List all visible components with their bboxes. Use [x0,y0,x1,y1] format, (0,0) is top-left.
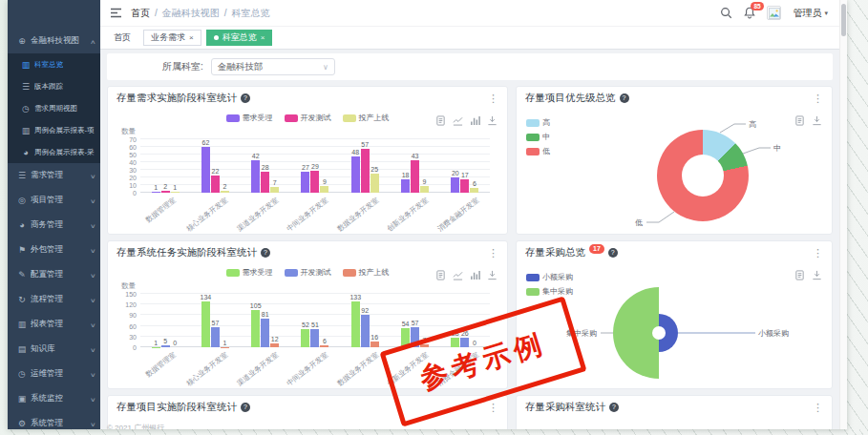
sidebar-item[interactable]: ✎配置管理∨ [8,262,100,287]
bar[interactable] [420,186,429,193]
bar[interactable] [251,160,260,193]
data-view-icon[interactable] [435,115,446,126]
tab-close-icon[interactable]: × [189,33,194,42]
bar[interactable] [370,342,379,347]
sidebar-item[interactable]: ☰需求管理∨ [8,163,100,188]
card-menu-button[interactable]: ⋮ [488,402,498,414]
vertical-scrollbar[interactable] [839,0,847,429]
legend-item[interactable]: 投产上线 [343,113,390,123]
bar[interactable] [370,174,379,193]
line-chart-icon[interactable] [453,270,463,280]
tab[interactable]: 科室总览× [206,30,273,46]
bar[interactable] [451,177,459,193]
download-icon[interactable] [812,115,822,126]
donut-chart[interactable] [657,130,749,221]
bar[interactable] [401,328,410,347]
legend-item[interactable]: 需求受理 [226,113,273,123]
bar[interactable] [451,338,459,348]
bar[interactable] [411,327,419,347]
download-icon[interactable] [812,270,822,280]
card-menu-button[interactable]: ⋮ [488,247,498,259]
bar[interactable] [221,191,229,193]
bar[interactable] [411,160,419,193]
scrollbar-thumb[interactable] [841,4,846,36]
sidebar-item[interactable]: ▣系统监控∨ [8,386,100,411]
help-icon[interactable]: ? [241,93,250,103]
search-icon[interactable] [720,7,732,19]
breadcrumb-view[interactable]: 金融科技视图 [162,7,220,20]
sidebar-item[interactable]: ☰版本跟踪 [8,75,100,97]
sidebar-item[interactable]: ⚙系统管理∨ [8,411,100,429]
legend-item[interactable]: 高 [526,117,550,128]
bar[interactable] [211,327,220,347]
bar[interactable] [351,156,360,193]
sidebar-item[interactable]: ◕商务管理∨ [8,213,100,238]
bar[interactable] [301,172,309,193]
sidebar-item[interactable]: ◷运维管理∨ [8,362,100,386]
sidebar-item[interactable]: ▥周例会展示报表-项目 [8,119,100,141]
help-icon[interactable]: ? [609,403,619,412]
sidebar-item[interactable]: ◕周例会展示报表-采购 [8,141,100,163]
bar[interactable] [310,171,319,193]
bar[interactable] [420,344,429,347]
bar[interactable] [270,343,279,348]
help-icon[interactable]: ? [620,93,629,103]
bar[interactable] [320,186,328,193]
data-view-icon[interactable] [794,115,805,126]
bar[interactable] [351,301,360,347]
bar[interactable] [261,319,269,347]
tab[interactable]: 首页 [106,30,138,46]
legend-item[interactable]: 投产上线 [343,267,390,278]
bar[interactable] [270,187,279,193]
legend-item[interactable]: 中 [526,132,550,142]
legend-item[interactable]: 开发测试 [285,113,331,123]
bar[interactable] [171,192,180,193]
data-view-icon[interactable] [794,270,805,280]
bar-chart-icon[interactable] [470,270,480,280]
user-menu[interactable]: 管理员 ▾ [793,7,828,20]
legend-item[interactable]: 集中采购 [526,286,573,297]
legend-item[interactable]: 开发测试 [285,267,331,278]
help-icon[interactable]: ? [241,403,250,412]
bar[interactable] [310,329,319,347]
download-icon[interactable] [487,270,498,280]
sidebar-item[interactable]: ↻流程管理∨ [8,287,100,312]
bar[interactable] [251,310,260,347]
legend-item[interactable]: 低 [526,146,550,156]
bar[interactable] [261,172,269,193]
bar[interactable] [152,192,160,193]
bar[interactable] [301,329,309,347]
bar[interactable] [201,301,210,347]
department-select[interactable]: 金融科技部 ∨ [211,58,335,75]
bar[interactable] [201,147,210,193]
help-icon[interactable]: ? [261,248,270,258]
bar[interactable] [361,315,370,347]
notification-bell-icon[interactable]: 85 [744,7,755,19]
bar[interactable] [460,179,469,193]
legend-item[interactable]: 小额采购 [526,272,573,282]
card-menu-button[interactable]: ⋮ [813,402,823,414]
bar[interactable] [161,345,170,347]
help-icon[interactable]: ? [608,248,618,258]
sidebar-item[interactable]: ◎项目管理∨ [8,188,100,213]
bar[interactable] [161,191,170,193]
bar[interactable] [401,179,410,193]
tab-close-icon[interactable]: × [261,33,265,42]
avatar[interactable] [767,6,781,20]
sidebar-item[interactable]: ▥科室总览 [8,53,100,75]
bar[interactable] [211,176,220,193]
card-menu-button[interactable]: ⋮ [488,93,498,105]
download-icon[interactable] [487,115,498,126]
bar-chart-icon[interactable] [470,115,480,126]
sidebar-item[interactable]: ◷需求周期视图 [8,97,100,119]
card-menu-button[interactable]: ⋮ [813,93,823,105]
sidebar-item[interactable]: ⚑外包管理∨ [8,238,100,262]
bar[interactable] [361,149,370,193]
sidebar-collapse-icon[interactable] [110,5,122,22]
bar[interactable] [470,188,478,193]
tab[interactable]: 业务需求× [143,30,201,46]
bar[interactable] [460,338,469,347]
sidebar-item[interactable]: ⊕金融科技视图∧ [8,29,100,53]
data-view-icon[interactable] [435,270,446,280]
card-menu-button[interactable]: ⋮ [813,247,823,259]
